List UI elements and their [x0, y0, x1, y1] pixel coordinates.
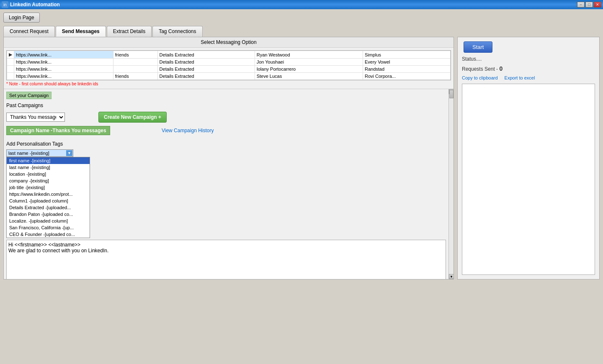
right-panel: Start Status.... Requests Sent - 0 Copy … — [457, 37, 600, 279]
export-excel-link[interactable]: Export to excel — [505, 75, 535, 80]
start-button[interactable]: Start — [464, 41, 492, 53]
personalisation-dropdown-list: first name -[existing] last name -[exist… — [6, 157, 90, 238]
status-text: Status.... — [462, 56, 595, 62]
login-button[interactable]: Login Page — [3, 13, 40, 23]
table-row: https://www.link... Details Extracted Io… — [7, 66, 451, 73]
campaign-scroll-content: Set your Campaign Past Campaigns Thanks … — [4, 89, 448, 279]
tab-connect-request[interactable]: Connect Request — [3, 26, 55, 37]
dropdown-list-item[interactable]: Column1 -[uploaded column] — [7, 197, 90, 204]
dropdown-list-item[interactable]: Localize. -[uploaded column] — [7, 218, 90, 224]
url-cell: https://www.link... — [14, 51, 113, 59]
expand-cell[interactable] — [7, 59, 14, 66]
campaign-name-row: Campaign Name -Thanks You messages View … — [6, 126, 446, 138]
requests-sent-count: 0 — [499, 65, 502, 72]
name-cell: Steve Lucas — [255, 73, 363, 80]
dropdown-list-item[interactable]: CEO & Founder -[uploaded co... — [7, 231, 90, 238]
view-history-link[interactable]: View Campaign History — [162, 128, 214, 133]
window-title: Linkedin Automation — [10, 2, 577, 8]
name-cell: Ryan Westwood — [255, 51, 363, 59]
panels: Select Messaging Option ▶ https://www.li… — [3, 37, 600, 279]
table-row: ▶ https://www.link... friends Details Ex… — [7, 51, 451, 59]
maximize-button[interactable]: □ — [585, 2, 593, 8]
dropdown-list-item[interactable]: company -[existing] — [7, 177, 90, 184]
campaign-inner: Set your Campaign Past Campaigns Thanks … — [4, 89, 448, 279]
campaign-area: Set your Campaign Past Campaigns Thanks … — [4, 89, 454, 279]
dropdown-list-item[interactable]: location -[existing] — [7, 171, 90, 177]
expand-cell[interactable] — [7, 73, 14, 80]
campaign-name-bar: Campaign Name -Thanks You messages — [6, 126, 110, 135]
tab-extract-details[interactable]: Extract Details — [107, 26, 152, 37]
action-links: Copy to clipboard Export to excel — [462, 75, 595, 80]
type-cell — [113, 66, 157, 73]
table-row: https://www.link... friends Details Extr… — [7, 73, 451, 80]
status-cell: Details Extracted — [157, 73, 255, 80]
type-cell: friends — [113, 73, 157, 80]
past-campaigns-row: Past Campaigns — [6, 103, 446, 108]
company-cell: Every Vowel — [363, 59, 450, 66]
expand-cell[interactable] — [7, 66, 14, 73]
dropdown-list-item[interactable]: first name -[existing] — [7, 157, 90, 164]
personalisation-row: Add Personalisation Tags — [6, 141, 446, 147]
status-cell: Details Extracted — [157, 66, 255, 73]
message-content-section: Message Content Update Campaign — [6, 232, 446, 279]
requests-sent-row: Requests Sent - 0 — [462, 65, 595, 72]
table-row: https://www.link... Details Extracted Jo… — [7, 59, 451, 66]
company-cell: Randstad — [363, 66, 450, 73]
expand-cell[interactable]: ▶ — [7, 51, 14, 59]
type-cell: friends — [113, 51, 157, 59]
personalisation-dropdown-container: ▼ first name -[existing] last name -[exi… — [6, 149, 446, 157]
table-section: ▶ https://www.link... friends Details Ex… — [4, 48, 454, 89]
tabs-container: Connect Request Send Messages Extract De… — [3, 26, 600, 37]
name-cell: Jon Youshaei — [255, 59, 363, 66]
personalisation-label: Add Personalisation Tags — [6, 141, 63, 147]
personalisation-select-wrapper: ▼ — [6, 149, 73, 157]
data-table-container[interactable]: ▶ https://www.link... friends Details Ex… — [6, 50, 451, 80]
past-campaigns-label: Past Campaigns — [6, 103, 43, 108]
url-cell: https://www.link... — [14, 73, 113, 80]
left-panel: Select Messaging Option ▶ https://www.li… — [3, 37, 454, 279]
url-cell: https://www.link... — [14, 66, 113, 73]
campaign-dropdown[interactable]: Thanks You messages Campaign 2 Campaign … — [6, 113, 65, 122]
url-cell: https://www.link... — [14, 59, 113, 66]
minimize-button[interactable]: − — [577, 2, 585, 8]
dropdown-list-item[interactable]: Details Extracted -[uploaded... — [7, 204, 90, 211]
dropdown-list-item[interactable]: job title -[existing] — [7, 184, 90, 191]
select-messaging-label: Select Messaging Option — [201, 39, 256, 45]
note-text: * Note - first column should always be l… — [6, 82, 451, 86]
campaign-scrollbar[interactable]: ▲ ▼ — [448, 89, 454, 279]
company-cell: Rovi Corpora... — [363, 73, 450, 80]
status-cell: Details Extracted — [157, 51, 255, 59]
main-content: Login Page Connect Request Send Messages… — [0, 9, 603, 364]
personalisation-select[interactable] — [6, 149, 73, 157]
dropdown-list-item[interactable]: https://www.linkedin.com/prot... — [7, 191, 90, 197]
requests-sent-label: Requests Sent - — [462, 66, 499, 72]
close-button[interactable]: ✕ — [594, 2, 601, 8]
tab-tag-connections[interactable]: Tag Connections — [152, 26, 202, 37]
data-table: ▶ https://www.link... friends Details Ex… — [7, 51, 451, 80]
type-cell — [113, 59, 157, 66]
message-textarea[interactable] — [6, 240, 446, 279]
tab-send-messages[interactable]: Send Messages — [56, 26, 106, 37]
status-cell: Details Extracted — [157, 59, 255, 66]
set-campaign-label: Set your Campaign — [6, 92, 52, 99]
scrollbar-down-button[interactable]: ▼ — [449, 274, 454, 279]
app-icon: in — [2, 1, 8, 8]
name-cell: Iolany Portocarrero — [255, 66, 363, 73]
title-bar: in Linkedin Automation − □ ✕ — [0, 0, 603, 9]
scrollbar-thumb[interactable] — [449, 90, 454, 98]
company-cell: Simplus — [363, 51, 450, 59]
dropdown-list-item[interactable]: last name -[existing] — [7, 164, 90, 171]
copy-clipboard-link[interactable]: Copy to clipboard — [462, 75, 498, 80]
create-campaign-button[interactable]: Create New Campaign + — [98, 112, 167, 123]
output-box — [462, 84, 595, 275]
dropdown-list-item[interactable]: San Francisco, California -[up... — [7, 224, 90, 231]
window-controls: − □ ✕ — [577, 2, 601, 8]
dropdown-list-item[interactable]: Brandon Paton -[uploaded co... — [7, 211, 90, 218]
